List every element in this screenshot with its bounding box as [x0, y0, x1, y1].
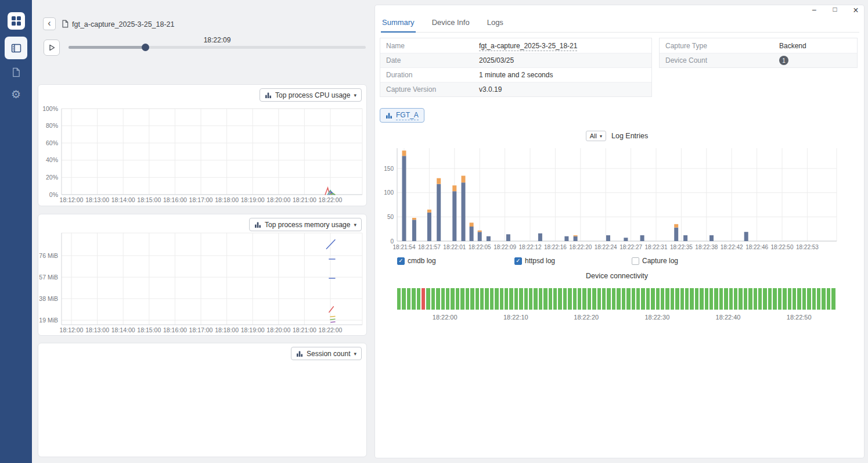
connectivity-segment-ok — [626, 288, 630, 310]
x-tick-label: 18:22:09 — [494, 244, 516, 250]
connectivity-segment-ok — [661, 288, 664, 310]
cpu-chart-selector[interactable]: Top process CPU usage ▾ — [260, 88, 362, 102]
connectivity-segment-ok — [470, 288, 474, 310]
y-tick-label: 76 MiB — [39, 252, 58, 259]
connectivity-segment-ok — [402, 288, 405, 310]
timeline-slider[interactable] — [69, 43, 366, 51]
connectivity-segment-ok — [748, 288, 752, 310]
device-button-fgt-a[interactable]: FGT_A — [380, 108, 424, 123]
row-value-text: Backend — [779, 42, 806, 50]
x-tick-label: 18:22:12 — [519, 244, 542, 250]
connectivity-segment-ok — [446, 288, 449, 310]
connectivity-segment-ok — [665, 288, 669, 310]
minimize-button[interactable]: − — [809, 5, 819, 16]
tab-device-info[interactable]: Device Info — [431, 16, 471, 32]
connectivity-segment-ok — [558, 288, 561, 310]
checkbox[interactable]: ✓ — [514, 257, 522, 265]
connectivity-labels: 18:22:0018:22:1018:22:2018:22:3018:22:40… — [397, 314, 835, 322]
y-tick-label: 0 — [390, 238, 394, 245]
table-row: Device Count1 — [660, 53, 857, 67]
connectivity-tick-label: 18:22:10 — [503, 314, 528, 321]
log-entries-title: Log Entries — [611, 132, 648, 140]
connectivity-tick-label: 18:22:20 — [574, 314, 599, 321]
x-tick-label: 18:22:00 — [319, 196, 343, 203]
log-filter-select[interactable]: All ▾ — [586, 131, 606, 141]
log-bar-cmdb — [683, 235, 687, 241]
log-entries-chart: 05010015018:21:5418:21:5718:22:0118:22:0… — [381, 143, 857, 254]
x-tick-label: 18:15:00 — [137, 196, 161, 203]
checkbox[interactable]: ✓ — [397, 257, 405, 265]
series-mem-purple — [331, 322, 335, 322]
tab-logs[interactable]: Logs — [486, 16, 505, 32]
row-label: Name — [380, 42, 474, 50]
app-logo[interactable] — [8, 12, 25, 30]
connectivity-segment-ok — [480, 288, 484, 310]
connectivity-segment-ok — [690, 288, 693, 310]
log-checkbox-cmdb-log[interactable]: ✓cmdb log — [397, 257, 514, 265]
capture-info-table: Namefgt_a-capture_2025-3-25_18-21Date202… — [380, 38, 652, 97]
file-icon — [61, 19, 69, 28]
caret-down-icon: ▾ — [600, 134, 602, 139]
connectivity-bar — [397, 288, 835, 310]
x-tick-label: 18:13:00 — [85, 196, 109, 203]
connectivity-segment-ok — [714, 288, 718, 310]
slider-handle[interactable] — [142, 44, 149, 51]
log-bar-cmdb — [427, 213, 431, 241]
connectivity-segment-ok — [671, 288, 674, 310]
checkbox[interactable] — [632, 257, 639, 265]
x-tick-label: 18:22:20 — [569, 244, 592, 250]
connectivity-segment-ok — [778, 288, 781, 310]
x-tick-label: 18:21:54 — [393, 244, 416, 250]
x-tick-label: 18:16:00 — [163, 196, 187, 203]
x-tick-label: 18:20:00 — [266, 196, 290, 203]
connectivity-segment-ok — [695, 288, 698, 310]
gear-icon: ⚙ — [11, 89, 21, 100]
y-tick-label: 20% — [46, 174, 58, 181]
log-checkbox-row: ✓cmdb log✓httpsd logCapture log — [397, 257, 749, 265]
log-bar-httpsd — [470, 222, 474, 227]
summary-panel: − □ × Summary Device Info Logs Namefgt_a… — [374, 5, 865, 458]
bar-chart-icon — [265, 92, 272, 99]
connectivity-segment-ok — [651, 288, 654, 310]
row-value-text[interactable]: fgt_a-capture_2025-3-25_18-21 — [479, 42, 577, 51]
y-tick-label: 50 — [387, 214, 394, 220]
connectivity-segment-ok — [417, 288, 420, 310]
connectivity-segment-ok — [466, 288, 469, 310]
log-bar-cmdb — [624, 238, 628, 241]
series-mem-green — [330, 319, 335, 320]
x-tick-label: 18:22:16 — [544, 244, 567, 250]
connectivity-segment-ok — [534, 288, 537, 310]
log-bar-httpsd — [427, 210, 431, 213]
connectivity-segment-ok — [783, 288, 786, 310]
log-checkbox-capture-log[interactable]: Capture log — [632, 257, 749, 265]
session-chart-selector[interactable]: Session count ▾ — [291, 347, 362, 360]
caret-down-icon: ▾ — [354, 351, 356, 357]
connectivity-segment-ok — [607, 288, 610, 310]
grid-icon — [11, 16, 21, 26]
connectivity-tick-label: 18:22:30 — [644, 314, 669, 321]
memory-chart-selector[interactable]: Top process memory usage ▾ — [249, 218, 362, 231]
y-tick-label: 40% — [46, 156, 58, 163]
sidebar-item-reports[interactable] — [5, 61, 27, 84]
connectivity-segment-ok — [822, 288, 825, 310]
series-mem-red-rising — [329, 307, 334, 313]
maximize-button[interactable]: □ — [830, 5, 840, 16]
connectivity-segment-ok — [451, 288, 454, 310]
log-checkbox-httpsd-log[interactable]: ✓httpsd log — [514, 257, 632, 265]
play-icon — [47, 43, 56, 52]
series-process-green — [330, 193, 335, 195]
sidebar-item-settings[interactable]: ⚙ — [5, 83, 27, 106]
sidebar-item-captures[interactable] — [5, 37, 27, 59]
connectivity-segment-ok — [812, 288, 816, 310]
back-button[interactable]: ‹ — [43, 17, 56, 30]
x-tick-label: 18:17:00 — [189, 326, 213, 333]
connectivity-segment-ok — [700, 288, 703, 310]
close-button[interactable]: × — [851, 5, 860, 16]
log-bar-httpsd — [452, 185, 456, 191]
x-tick-label: 18:14:00 — [111, 326, 135, 333]
tab-bar: Summary Device Info Logs — [381, 16, 859, 33]
connectivity-segment-ok — [563, 288, 567, 310]
tab-summary[interactable]: Summary — [381, 16, 416, 33]
play-button[interactable] — [44, 40, 60, 56]
log-bar-cmdb — [412, 220, 416, 241]
